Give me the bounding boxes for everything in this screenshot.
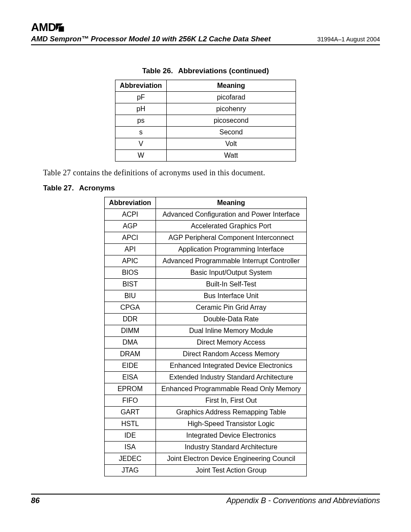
meaning-cell: Accelerated Graphics Port [156, 221, 306, 232]
abbr-cell: pF [115, 92, 167, 103]
table-row: DIMMDual Inline Memory Module [105, 325, 307, 337]
meaning-cell: Ceramic Pin Grid Array [156, 302, 306, 314]
content-area: Table 26.Abbreviations (continued) Abbre… [31, 67, 380, 476]
table-row: BISTBuilt-In Self-Test [105, 279, 307, 290]
table-row: APCIAGP Peripheral Component Interconnec… [105, 232, 307, 244]
table-row: VVolt [115, 138, 296, 150]
svg-rect-0 [59, 26, 64, 31]
abbr-cell: V [115, 138, 167, 150]
abbr-cell: APIC [105, 255, 156, 267]
abbr-cell: HSTL [105, 418, 156, 430]
table27-caption-num: Table 27. [43, 184, 74, 193]
table-row: WWatt [115, 150, 296, 162]
meaning-cell: Watt [166, 150, 296, 162]
abbr-cell: API [105, 244, 156, 255]
table-row: DRAMDirect Random Access Memory [105, 348, 307, 360]
meaning-cell: Enhanced Integrated Device Electronics [156, 360, 306, 372]
abbr-cell: EISA [105, 372, 156, 383]
abbr-cell: AGP [105, 221, 156, 232]
meaning-cell: Joint Test Action Group [156, 465, 306, 476]
abbr-cell: BIST [105, 279, 156, 290]
table-header-row: Abbreviation Meaning [115, 80, 296, 92]
meaning-cell: Second [166, 127, 296, 138]
table-row: JTAGJoint Test Action Group [105, 465, 307, 476]
table27: Abbreviation Meaning ACPIAdvanced Config… [104, 197, 307, 476]
table-row: GARTGraphics Address Remapping Table [105, 407, 307, 418]
table-row: EISAExtended Industry Standard Architect… [105, 372, 307, 383]
meaning-cell: Industry Standard Architecture [156, 442, 306, 453]
amd-arrow-icon [55, 23, 65, 32]
footer-bar: 86 Appendix B - Conventions and Abbrevia… [31, 494, 380, 505]
meaning-cell: Built-In Self-Test [156, 279, 306, 290]
header-bar: AMD Sempron™ Processor Model 10 with 256… [31, 35, 380, 45]
abbr-cell: BIOS [105, 267, 156, 279]
table-row: ISAIndustry Standard Architecture [105, 442, 307, 453]
table-row: BIOSBasic Input/Output System [105, 267, 307, 279]
abbr-cell: FIFO [105, 395, 156, 407]
meaning-cell: Dual Inline Memory Module [156, 325, 306, 337]
table-row: JEDECJoint Electron Device Engineering C… [105, 453, 307, 465]
table26-head-mean: Meaning [166, 80, 296, 92]
abbr-cell: CPGA [105, 302, 156, 314]
abbr-cell: APCI [105, 232, 156, 244]
table-row: AGPAccelerated Graphics Port [105, 221, 307, 232]
meaning-cell: Integrated Device Electronics [156, 430, 306, 442]
meaning-cell: picosecond [166, 115, 296, 127]
meaning-cell: Direct Random Access Memory [156, 348, 306, 360]
table27-caption-text: Acronyms [79, 184, 115, 192]
abbr-cell: W [115, 150, 167, 162]
body-paragraph: Table 27 contains the definitions of acr… [43, 168, 368, 178]
table-row: CPGACeramic Pin Grid Array [105, 302, 307, 314]
table-row: BIUBus Interface Unit [105, 290, 307, 302]
meaning-cell: Extended Industry Standard Architecture [156, 372, 306, 383]
page: AMD AMD Sempron™ Processor Model 10 with… [0, 0, 411, 523]
table-row: DDRDouble-Data Rate [105, 314, 307, 325]
table-row: sSecond [115, 127, 296, 138]
table-header-row: Abbreviation Meaning [105, 197, 307, 209]
abbr-cell: ACPI [105, 209, 156, 221]
table27-head-mean: Meaning [156, 197, 306, 209]
abbr-cell: ps [115, 115, 167, 127]
table-row: ACPIAdvanced Configuration and Power Int… [105, 209, 307, 221]
abbr-cell: DDR [105, 314, 156, 325]
meaning-cell: Application Programming Interface [156, 244, 306, 255]
abbr-cell: EPROM [105, 383, 156, 395]
table26-caption-text: Abbreviations (continued) [178, 67, 269, 75]
meaning-cell: Graphics Address Remapping Table [156, 407, 306, 418]
abbr-cell: JEDEC [105, 453, 156, 465]
logo-text: AMD [31, 21, 56, 34]
meaning-cell: picofarad [166, 92, 296, 103]
abbr-cell: pH [115, 103, 167, 115]
meaning-cell: Double-Data Rate [156, 314, 306, 325]
table26-head-abbr: Abbreviation [115, 80, 167, 92]
abbr-cell: JTAG [105, 465, 156, 476]
meaning-cell: AGP Peripheral Component Interconnect [156, 232, 306, 244]
abbr-cell: DRAM [105, 348, 156, 360]
document-revision: 31994A–1 August 2004 [317, 36, 380, 43]
table-row: pHpicohenry [115, 103, 296, 115]
table-row: IDEIntegrated Device Electronics [105, 430, 307, 442]
meaning-cell: High-Speed Transistor Logic [156, 418, 306, 430]
table-row: HSTLHigh-Speed Transistor Logic [105, 418, 307, 430]
abbr-cell: GART [105, 407, 156, 418]
table-row: FIFOFirst In, First Out [105, 395, 307, 407]
meaning-cell: First In, First Out [156, 395, 306, 407]
table-row: pFpicofarad [115, 92, 296, 103]
table-row: DMADirect Memory Access [105, 337, 307, 348]
table26: Abbreviation Meaning pFpicofaradpHpicohe… [115, 80, 296, 162]
abbr-cell: EIDE [105, 360, 156, 372]
table27-head-abbr: Abbreviation [105, 197, 156, 209]
meaning-cell: Bus Interface Unit [156, 290, 306, 302]
meaning-cell: Advanced Programmable Interrupt Controll… [156, 255, 306, 267]
table-row: APIApplication Programming Interface [105, 244, 307, 255]
page-number: 86 [31, 496, 40, 505]
table26-caption: Table 26.Abbreviations (continued) [43, 67, 368, 75]
abbr-cell: IDE [105, 430, 156, 442]
abbr-cell: ISA [105, 442, 156, 453]
amd-logo: AMD [31, 21, 380, 34]
table27-caption: Table 27.Acronyms [43, 184, 368, 193]
meaning-cell: Joint Electron Device Engineering Counci… [156, 453, 306, 465]
meaning-cell: picohenry [166, 103, 296, 115]
appendix-title: Appendix B - Conventions and Abbreviatio… [226, 496, 380, 505]
abbr-cell: DIMM [105, 325, 156, 337]
